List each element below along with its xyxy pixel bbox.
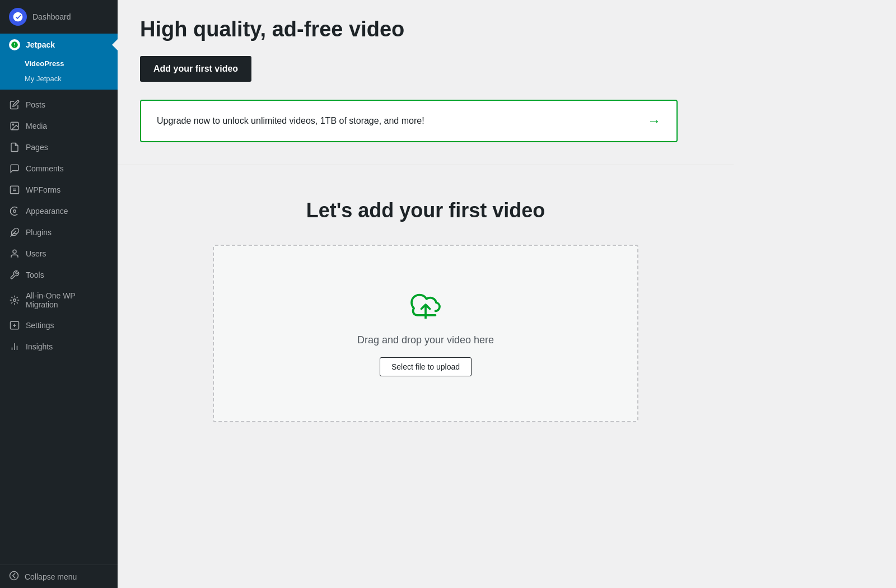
sidebar-item-posts[interactable]: Posts (0, 94, 118, 115)
settings-label: Settings (26, 321, 54, 330)
users-icon (9, 249, 20, 259)
jetpack-menu-item[interactable]: Jetpack (0, 34, 118, 56)
svg-point-6 (13, 210, 16, 213)
dashboard-label[interactable]: Dashboard (32, 12, 71, 21)
wp-logo (9, 8, 27, 26)
sidebar-item-pages[interactable]: Pages (0, 137, 118, 158)
insights-label: Insights (26, 342, 53, 351)
plugins-icon (9, 227, 20, 237)
comments-label: Comments (26, 164, 64, 173)
pages-icon (9, 142, 20, 152)
collapse-icon (9, 571, 19, 582)
sidebar-item-wpforms[interactable]: WPForms (0, 179, 118, 200)
pages-label: Pages (26, 143, 48, 152)
content-area: High quality, ad-free video Add your fir… (118, 0, 734, 461)
sidebar-menu: Posts Media Pages (0, 90, 118, 564)
upgrade-banner[interactable]: Upgrade now to unlock unlimited videos, … (140, 100, 678, 142)
users-label: Users (26, 249, 46, 258)
tools-icon (9, 270, 20, 280)
appearance-label: Appearance (26, 207, 68, 216)
all-in-one-label: All-in-One WP Migration (26, 291, 109, 309)
collapse-label: Collapse menu (25, 572, 77, 581)
wpforms-icon (9, 185, 20, 195)
sidebar-item-all-in-one[interactable]: All-in-One WP Migration (0, 286, 118, 315)
upgrade-arrow-icon: → (647, 113, 661, 129)
tools-label: Tools (26, 270, 44, 279)
sidebar-item-media[interactable]: Media (0, 115, 118, 137)
sidebar-item-plugins[interactable]: Plugins (0, 222, 118, 243)
svg-point-17 (10, 572, 18, 580)
comments-icon (9, 164, 20, 174)
svg-point-10 (13, 299, 16, 302)
sidebar-item-settings[interactable]: Settings (0, 315, 118, 336)
drag-drop-text: Drag and drop your video here (357, 334, 494, 346)
sidebar-item-comments[interactable]: Comments (0, 158, 118, 179)
plugins-label: Plugins (26, 228, 52, 237)
jetpack-nav: Jetpack VideoPress My Jetpack (0, 34, 118, 90)
sidebar: Dashboard Jetpack VideoPress My Jetpack (0, 0, 118, 588)
media-icon (9, 121, 20, 131)
wpforms-label: WPForms (26, 185, 60, 194)
upload-section-title: Let's add your first video (140, 199, 711, 222)
svg-rect-3 (11, 186, 19, 194)
jetpack-icon (9, 39, 20, 50)
add-first-video-button[interactable]: Add your first video (140, 56, 251, 82)
main-content: High quality, ad-free video Add your fir… (118, 0, 896, 588)
posts-label: Posts (26, 100, 45, 109)
upload-dropzone[interactable]: Drag and drop your video here Select fil… (213, 245, 638, 422)
select-file-button[interactable]: Select file to upload (380, 357, 472, 376)
jetpack-subnav: VideoPress My Jetpack (0, 56, 118, 90)
section-divider (118, 165, 734, 165)
videopress-subnav-item[interactable]: VideoPress (0, 56, 118, 71)
svg-point-2 (12, 124, 13, 125)
sidebar-item-appearance[interactable]: Appearance (0, 200, 118, 222)
media-label: Media (26, 122, 47, 130)
cloud-upload-icon (409, 291, 442, 323)
collapse-menu-item[interactable]: Collapse menu (0, 564, 118, 588)
sidebar-item-tools[interactable]: Tools (0, 264, 118, 286)
my-jetpack-subnav-item[interactable]: My Jetpack (0, 71, 118, 86)
insights-icon (9, 342, 20, 352)
appearance-icon (9, 206, 20, 216)
sidebar-item-insights[interactable]: Insights (0, 336, 118, 357)
jetpack-label: Jetpack (26, 40, 55, 49)
sidebar-item-users[interactable]: Users (0, 243, 118, 264)
upload-section: Let's add your first video Drag and drop… (140, 188, 711, 445)
posts-icon (9, 100, 20, 110)
upgrade-banner-text: Upgrade now to unlock unlimited videos, … (157, 116, 424, 126)
all-in-one-icon (9, 295, 20, 305)
page-title: High quality, ad-free video (140, 17, 711, 43)
svg-point-9 (13, 250, 16, 253)
sidebar-header: Dashboard (0, 0, 118, 34)
settings-icon (9, 320, 20, 330)
